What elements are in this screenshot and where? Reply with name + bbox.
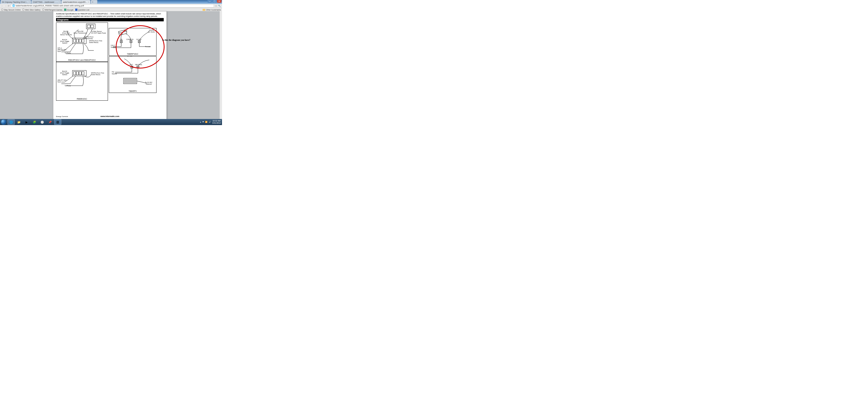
label-solenoid: To 24 VACSolenoid [145, 82, 152, 85]
folder-icon [203, 9, 205, 11]
taskbar-app1[interactable]: 🧩 [31, 119, 38, 125]
label-vac: 120 or208-277 VACInput [57, 47, 67, 52]
bookmark-stay-secure[interactable]: Stay Secure Online [1, 9, 21, 11]
label-white-motor: WHITE (From TimeSwitch Motor) [89, 40, 102, 43]
system-tray[interactable]: ▴ ⚑ 📶 🔊 10:32 AM 3/31/2012 [200, 120, 222, 124]
label-pump: To Pump [65, 52, 71, 54]
svg-rect-5 [76, 39, 79, 42]
minimize-button[interactable]: — [208, 0, 212, 3]
close-tab-icon[interactable]: × [88, 1, 89, 4]
svg-rect-7 [82, 39, 84, 42]
screenshot-root: 04 Odyssey Flashing Drive l… × CHATTING … [0, 0, 222, 125]
tray-chevron-icon[interactable]: ▴ [200, 121, 201, 123]
svg-rect-11 [79, 71, 81, 75]
globe-icon [1, 9, 3, 11]
diagram-r8815-r8816: BLACK(From RainSensor Terminal) YELLOW(F… [56, 23, 108, 62]
other-bookmarks[interactable]: Other bookmarks [203, 9, 221, 11]
tab-label: 04 Odyssey Flashing Drive l… [2, 1, 28, 4]
taskbar-chrome[interactable]: 🌐 [7, 119, 15, 125]
url-text: waterheatertimer.org/pdf/018_R8800-T8800… [16, 4, 84, 7]
taskbar-media[interactable]: ▶ [23, 119, 30, 125]
tab-label: waterheatertimer.org/pdf/0… [63, 1, 87, 4]
diagram2-caption: R8806101C [56, 98, 108, 100]
label-white-xfmr: WHITE (FromTransformer) [84, 36, 94, 39]
label-hot: Hot [112, 71, 114, 73]
browser-tab-0[interactable]: 04 Odyssey Flashing Drive l… × [1, 0, 31, 4]
label-line1: Line 1 [111, 44, 115, 46]
app-icon [64, 9, 66, 11]
label-black-toggle: BLACK(From ToggleSwitch) [60, 70, 69, 75]
taskbar-pin[interactable]: 📌 [46, 119, 54, 125]
label-pump: To Pump [65, 85, 71, 87]
svg-rect-1 [87, 25, 90, 28]
wiring-svg [109, 57, 156, 93]
browser-tabs: 04 Odyssey Flashing Drive l… × CHATTING … [1, 0, 98, 4]
pdf-page: Additional Specifications for R8815P101C… [53, 11, 167, 119]
wrench-icon[interactable]: 🔧 [218, 5, 221, 7]
maximize-button[interactable]: ▢ [212, 0, 217, 3]
label-hot-t: HOT [130, 64, 133, 65]
url-input[interactable]: 🌐 waterheatertimer.org/pdf/018_R8800-T88… [11, 4, 214, 7]
windows-orb-icon [1, 119, 6, 125]
globe-icon [42, 9, 44, 11]
svg-rect-6 [79, 39, 81, 42]
label-neutral: Neutral [111, 46, 116, 48]
windows-taskbar: 🌐 📁 ▶ 🧩 ⚪ 📌 🖼 ▴ ⚑ 📶 🔊 10:32 AM 3/31/2012 [0, 119, 222, 125]
label-clock: CLOCK [136, 38, 142, 40]
back-button[interactable]: ← [1, 5, 3, 7]
taskbar-app2[interactable]: ⚪ [38, 119, 46, 125]
browser-tab-1[interactable]: CHATTING - JustAnswer - … × [31, 0, 61, 4]
forward-button[interactable]: → [4, 5, 7, 7]
browser-tab-2[interactable]: waterheatertimer.org/pdf/0… × [61, 0, 90, 4]
start-button[interactable] [0, 119, 7, 125]
label-neutral: Neutral [112, 73, 117, 74]
label-neutral-t: NEUTRAL [135, 64, 142, 65]
svg-rect-2 [91, 25, 94, 28]
close-window-button[interactable]: ✕ [217, 0, 221, 3]
spec-paragraph: Additional Specifications for R8815P101C… [53, 11, 166, 18]
reload-button[interactable]: ⟳ [8, 5, 10, 7]
label-black-rain: BLACK(From RainSensor Terminal) [60, 31, 71, 35]
svg-rect-4 [73, 39, 76, 42]
bookmark-igoogle[interactable]: iGoogle [64, 9, 73, 11]
clock-time: 10:32 AM [212, 120, 221, 122]
svg-rect-9 [73, 71, 76, 75]
tray-volume-icon[interactable]: 🔊 [209, 121, 211, 123]
taskbar-paint[interactable]: 🖼 [54, 119, 61, 125]
diagram-t8805: Micro Switch WHITE(To Clock) NO COMMON C… [109, 28, 156, 56]
label-to-load: To Load [145, 46, 151, 47]
diagram-t8845: HOT NEUTRAL Hot Neutral To 24 VACSolenoi… [109, 56, 156, 93]
label-rain-sensor: To Rain SensorDO NOT Apply Power [91, 31, 106, 34]
bookmark-wildtangent[interactable]: WildTangent Games [42, 9, 62, 11]
taskbar-clock[interactable]: 10:32 AM 3/31/2012 [212, 120, 221, 124]
svg-rect-12 [82, 71, 84, 75]
globe-icon: 🌐 [12, 4, 15, 7]
close-tab-icon[interactable]: × [59, 1, 60, 4]
window-titlebar: 04 Odyssey Flashing Drive l… × CHATTING … [0, 0, 222, 4]
diagram3-caption: T8805P101C [109, 53, 156, 55]
diagrams-header: Diagrams [56, 18, 164, 21]
browser-toolbar: ← → ⟳ 🌐 waterheatertimer.org/pdf/018_R88… [0, 4, 222, 8]
label-black-toggle: BLACK(From ToggleSwitch) [60, 39, 69, 44]
close-tab-icon[interactable]: × [29, 1, 30, 4]
new-tab-button[interactable]: + [91, 0, 97, 4]
taskbar-explorer[interactable]: 📁 [15, 119, 23, 125]
label-white-motor: WHITE (From TimeSwitch Motor) [91, 72, 104, 75]
label-vac: 208-277 VACInput [57, 79, 67, 83]
bookmark-question-list[interactable]: Question List [75, 9, 89, 11]
annotation-text: Is this the diagram you have? [162, 39, 190, 41]
tray-network-icon[interactable]: 📶 [205, 121, 208, 123]
label-white-clock: WHITE(To Clock) [148, 29, 155, 33]
pdf-viewport[interactable]: Additional Specifications for R8815P101C… [0, 11, 222, 119]
scrollbar[interactable] [219, 11, 222, 119]
clock-date: 3/31/2012 [212, 122, 221, 124]
bookmark-star-icon[interactable]: ☆ [215, 5, 217, 7]
bookmark-web-slice[interactable]: Web Slice Gallery [22, 9, 40, 11]
diagram4-caption: T8845PV [109, 90, 156, 92]
label-common: COMMON [126, 38, 133, 40]
footer-site: www.intermatic.com [53, 116, 166, 117]
label-yellow: YELLOW(From Transformer) [73, 31, 87, 34]
tray-flag-icon[interactable]: ⚑ [202, 121, 204, 123]
window-buttons: — ▢ ✕ [207, 0, 221, 3]
diagram-r8806: BLACK(From ToggleSwitch) WHITE (From Tim… [56, 62, 108, 101]
